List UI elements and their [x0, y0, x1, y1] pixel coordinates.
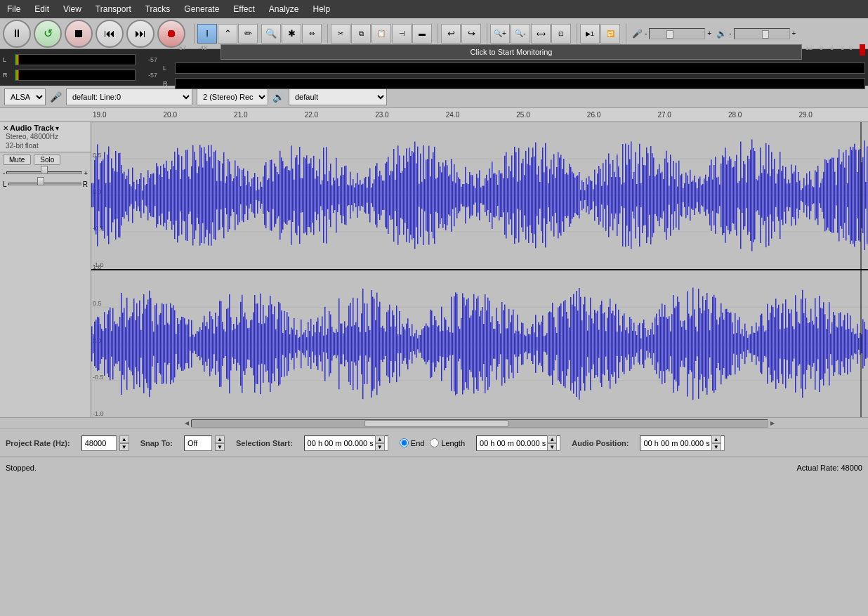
sel-start-up[interactable]: ▲ — [375, 435, 385, 443]
sel-start-down[interactable]: ▼ — [375, 443, 385, 451]
sel-end-down[interactable]: ▼ — [547, 443, 557, 451]
end-radio-label[interactable]: End — [400, 438, 425, 447]
snap-to-label: Snap To: — [140, 439, 173, 447]
menu-tracks[interactable]: Tracks — [138, 1, 178, 17]
length-radio-label[interactable]: Length — [430, 438, 465, 447]
pan-slider[interactable] — [8, 180, 81, 188]
record-button[interactable]: ⏺ — [157, 20, 185, 48]
output-device-select[interactable]: default — [289, 89, 387, 105]
envelope-tool[interactable]: ⌃ — [218, 24, 237, 44]
cut-tool[interactable]: ✂ — [331, 24, 350, 44]
scrollbar-thumb[interactable] — [364, 420, 508, 427]
fit-project-button[interactable]: ⟷ — [531, 24, 551, 44]
menu-analyze[interactable]: Analyze — [262, 1, 306, 17]
skip-end-button[interactable]: ⏭ — [126, 20, 154, 48]
pb-left-label: L — [163, 65, 173, 72]
solo-button[interactable]: Solo — [34, 155, 60, 165]
track-format: Stereo, 48000Hz — [3, 132, 88, 141]
multi-tool[interactable]: ✱ — [282, 24, 301, 44]
sel-end-up[interactable]: ▲ — [547, 435, 557, 443]
menu-generate[interactable]: Generate — [177, 1, 226, 17]
selection-start-label: Selection Start: — [236, 439, 293, 447]
tl-mark-4: 23.0 — [374, 111, 445, 119]
mute-button[interactable]: Mute — [3, 155, 31, 165]
clip-indicator[interactable] — [860, 44, 865, 55]
bottom-controls: Project Rate (Hz): ▲ ▼ Snap To: ▲ ▼ Sele… — [0, 428, 868, 457]
menu-effect[interactable]: Effect — [226, 1, 261, 17]
mic-icon: 🎤 — [632, 29, 643, 39]
undo-button[interactable]: ↩ — [441, 24, 461, 44]
volume-slider[interactable] — [6, 169, 82, 177]
stop-button[interactable]: ⏹ — [65, 20, 93, 48]
zoom-out-button[interactable]: 🔍- — [511, 24, 530, 44]
track-mute-solo: Mute Solo — [0, 152, 91, 167]
sel-end-spinner: ▲ ▼ — [547, 435, 557, 451]
snap-up-button[interactable]: ▲ — [215, 435, 225, 443]
track-close-button[interactable]: ✕ — [3, 124, 8, 132]
zoom-sel-button[interactable]: ⊡ — [551, 24, 571, 44]
right-label: R — [3, 72, 13, 79]
scroll-left-button[interactable]: ◀ — [183, 420, 191, 426]
loop-play-button[interactable]: 🔁 — [600, 24, 620, 44]
length-radio[interactable] — [430, 438, 439, 447]
silence-tool[interactable]: ▬ — [412, 24, 432, 44]
project-rate-spinner: ▲ ▼ — [119, 435, 129, 451]
track-dropdown-button[interactable]: ▾ — [55, 124, 59, 132]
zoom-tool[interactable]: 🔍 — [261, 24, 281, 44]
meter-bar-l — [15, 54, 136, 65]
audio-host-select[interactable]: ALSA — [4, 89, 46, 105]
separator-5 — [577, 24, 577, 44]
audio-position-display[interactable]: 00 h 00 m 00.000 s ▲ ▼ — [640, 435, 724, 451]
menu-help[interactable]: Help — [306, 1, 338, 17]
playback-meter-r: R — [163, 77, 865, 91]
selection-start-display[interactable]: 00 h 00 m 00.000 s ▲ ▼ — [304, 435, 388, 451]
audio-pos-up[interactable]: ▲ — [711, 435, 721, 443]
rate-up-button[interactable]: ▲ — [119, 435, 129, 443]
menu-transport[interactable]: Transport — [88, 1, 138, 17]
timeshift-tool[interactable]: ⇔ — [302, 24, 322, 44]
output-volume-slider[interactable] — [734, 28, 790, 39]
selection-end-display[interactable]: 00 h 00 m 00.000 s ▲ ▼ — [476, 435, 560, 451]
channels-select[interactable]: 2 (Stereo) Rec — [197, 89, 268, 105]
pause-button[interactable]: ⏸ — [3, 20, 31, 48]
draw-tool[interactable]: ✏ — [238, 24, 258, 44]
project-rate-input[interactable] — [81, 435, 117, 451]
scroll-right-button[interactable]: ▶ — [768, 420, 777, 426]
redo-button[interactable]: ↪ — [461, 24, 481, 44]
playback-meter-l: L — [163, 61, 865, 75]
tl-mark-9: 28.0 — [727, 111, 798, 119]
replay-button[interactable]: ↺ — [34, 20, 62, 48]
audio-position-value: 00 h 00 m 00.000 s — [643, 439, 709, 447]
status-right: Actual Rate: 48000 — [796, 464, 862, 472]
left-label: L — [3, 56, 13, 63]
play-once-button[interactable]: ▶1 — [580, 24, 600, 44]
pan-control-row: L R — [0, 178, 91, 190]
menu-file[interactable]: File — [0, 1, 27, 17]
snap-down-button[interactable]: ▼ — [215, 443, 225, 451]
waveform-canvas[interactable] — [91, 122, 868, 417]
horizontal-scrollbar[interactable] — [191, 419, 768, 428]
input-device-select[interactable]: default: Line:0 — [66, 89, 192, 105]
track-header: ✕ Audio Track ▾ Stereo, 48000Hz 32-bit f… — [0, 122, 91, 152]
menu-edit[interactable]: Edit — [27, 1, 56, 17]
audio-position-label: Audio Position: — [572, 439, 629, 447]
trim-tool[interactable]: ⊣ — [392, 24, 412, 44]
click-to-start-monitoring-button[interactable]: Click to Start Monitoring — [221, 44, 802, 60]
paste-tool[interactable]: 📋 — [371, 24, 391, 44]
audio-pos-down[interactable]: ▼ — [711, 443, 721, 451]
skip-start-button[interactable]: ⏮ — [96, 20, 124, 48]
input-volume-slider[interactable] — [649, 28, 705, 39]
scroll-area: ◀ ▶ — [0, 417, 868, 428]
rate-down-button[interactable]: ▼ — [119, 443, 129, 451]
zoom-in-button[interactable]: 🔍+ — [490, 24, 510, 44]
end-length-radio: End Length — [400, 438, 465, 447]
menu-view[interactable]: View — [56, 1, 88, 17]
tl-mark-3: 22.0 — [303, 111, 374, 119]
end-radio[interactable] — [400, 438, 409, 447]
copy-tool[interactable]: ⧉ — [351, 24, 371, 44]
edit-tools: ✂ ⧉ 📋 ⊣ ▬ — [331, 24, 432, 44]
waveform-area[interactable] — [91, 122, 868, 417]
snap-to-input[interactable] — [184, 435, 212, 451]
ibeam-tool[interactable]: I — [197, 24, 217, 44]
tl-mark-0: 19.0 — [91, 111, 162, 119]
